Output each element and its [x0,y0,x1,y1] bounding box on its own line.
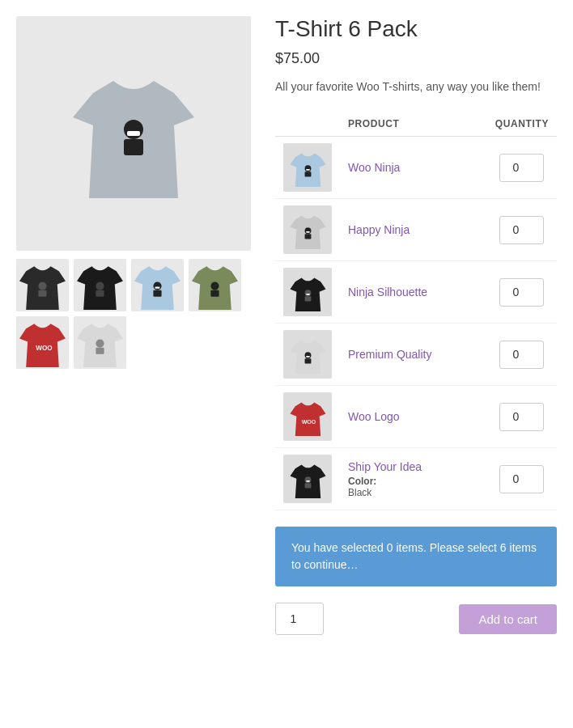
svg-rect-8 [96,290,104,297]
thumbnail-item-4[interactable] [189,259,241,311]
svg-point-17 [304,165,311,171]
item-tshirt-svg-4: WOO [286,395,330,439]
add-to-cart-button[interactable]: Add to cart [459,604,557,634]
product-name-cell-5: Ship Your Idea Color:Black [340,448,487,510]
thumbnail-item-1[interactable] [16,259,69,311]
product-name-cell-0: Woo Ninja [340,137,487,199]
svg-point-3 [129,132,132,135]
col-header-quantity: QUANTITY [487,112,557,137]
qty-input-0[interactable] [499,154,544,182]
svg-text:WOO: WOO [301,419,316,425]
product-thumb-cell-2 [275,261,340,324]
svg-rect-28 [306,356,310,358]
product-name-3: Premium Quality [348,348,431,361]
table-row: WOO Woo Logo [275,386,557,448]
cart-quantity-input[interactable] [275,603,324,635]
svg-rect-6 [38,290,46,297]
svg-point-7 [96,281,104,290]
svg-point-26 [304,352,311,358]
main-tshirt-svg [69,53,198,214]
product-price: $75.00 [275,50,557,67]
qty-input-3[interactable] [499,341,544,369]
col-header-product: PRODUCT [340,112,487,137]
product-name-4: Woo Logo [348,410,400,423]
item-thumb-2 [283,268,332,316]
thumbnail-list: WOO [16,259,251,369]
svg-rect-32 [306,480,310,482]
thumb-svg-4 [190,259,240,311]
svg-rect-25 [306,294,310,295]
bundle-table: PRODUCT QUANTITY Woo Ninja [275,112,557,510]
qty-cell-4 [487,386,557,448]
svg-rect-18 [304,171,311,176]
svg-rect-31 [304,483,311,488]
svg-rect-13 [210,290,219,297]
svg-rect-1 [124,139,143,155]
item-thumb-3 [283,330,332,379]
qty-input-1[interactable] [499,216,544,244]
item-thumb-1 [283,205,332,254]
thumbnail-item-2[interactable] [74,259,126,311]
qty-input-2[interactable] [499,278,544,307]
product-name-1: Happy Ninja [348,223,410,236]
svg-rect-27 [304,358,311,363]
svg-point-20 [304,227,311,234]
item-tshirt-svg-0 [286,146,330,190]
thumb-svg-3 [133,259,182,311]
qty-input-4[interactable] [499,403,544,431]
item-thumb-5 [283,455,332,503]
table-row: Ninja Silhouette [275,261,557,324]
svg-rect-21 [304,234,311,239]
svg-rect-24 [304,296,311,301]
item-thumb-4: WOO [283,392,332,441]
svg-point-30 [304,476,311,483]
item-tshirt-svg-3 [286,332,330,377]
table-header-row: PRODUCT QUANTITY [275,112,557,137]
product-thumb-cell-4: WOO [275,386,340,448]
product-thumb-cell-1 [275,199,340,261]
qty-cell-5 [487,448,557,510]
cart-footer: Add to cart [275,603,557,635]
svg-rect-11 [155,287,159,289]
svg-text:WOO: WOO [36,345,52,352]
svg-rect-16 [96,348,104,354]
qty-cell-2 [487,261,557,324]
svg-point-9 [153,281,161,290]
product-thumb-cell-3 [275,324,340,386]
product-name-cell-2: Ninja Silhouette [340,261,487,324]
main-product-image [16,16,251,251]
product-name-cell-3: Premium Quality [340,324,487,386]
item-tshirt-svg-1 [286,208,330,252]
item-tshirt-svg-2 [286,270,330,315]
product-name-0: Woo Ninja [348,161,400,174]
svg-point-15 [96,339,104,347]
qty-cell-3 [487,324,557,386]
product-title: T-Shirt 6 Pack [275,16,557,42]
table-row: Woo Ninja [275,137,557,199]
product-sub-label: Color:Black [348,476,479,498]
svg-point-23 [304,290,311,296]
product-name-cell-4: Woo Logo [340,386,487,448]
item-tshirt-svg-5 [286,457,330,502]
svg-point-4 [135,132,138,135]
product-description: All your favorite Woo T-shirts, any way … [275,78,557,95]
table-row: Ship Your Idea Color:Black [275,448,557,510]
status-bar: You have selected 0 items. Please select… [275,527,557,586]
right-column: T-Shirt 6 Pack $75.00 All your favorite … [275,16,557,635]
thumb-svg-6 [75,316,125,369]
svg-rect-10 [153,290,161,297]
thumbnail-item-3[interactable] [131,259,184,311]
table-row: Premium Quality [275,324,557,386]
item-thumb-0 [283,143,332,192]
product-name-2: Ninja Silhouette [348,286,427,298]
svg-point-0 [124,120,143,139]
qty-input-5[interactable] [499,465,544,493]
thumbnail-item-6[interactable] [74,316,126,369]
qty-cell-0 [487,137,557,199]
thumbnail-item-5[interactable]: WOO [16,316,69,369]
svg-rect-19 [306,169,310,171]
product-name-5: Ship Your Idea [348,460,422,473]
thumb-svg-5: WOO [18,316,67,369]
table-row: Happy Ninja [275,199,557,261]
product-thumb-cell-5 [275,448,340,510]
